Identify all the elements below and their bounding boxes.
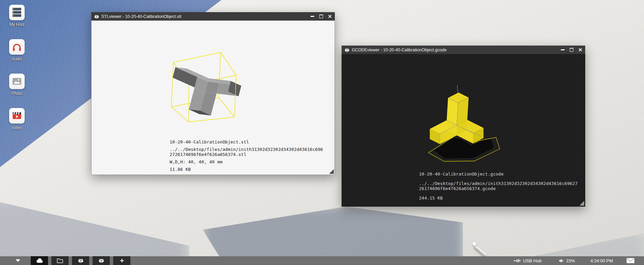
stl-filepath-line1: ../../Desktop/files/admin/inith31302d323…: [170, 147, 323, 152]
headphones-icon: [9, 39, 25, 55]
minimize-button[interactable]: [310, 15, 314, 19]
desktop-icon-label: My Host: [9, 22, 24, 27]
stl-file-info: 10-20-40-CalibrationObject.stl ../../Des…: [170, 139, 323, 174]
taskbar-folder-button[interactable]: [51, 256, 69, 265]
clock-tray-item[interactable]: 4:24:00 PM: [591, 258, 613, 263]
stlviewer-window: STLviewer - 10-20-40-CalibrationObject.s…: [91, 12, 335, 175]
cube-icon: [94, 14, 99, 19]
usb-icon: [514, 259, 521, 263]
close-button[interactable]: [578, 48, 582, 52]
maximize-button[interactable]: [319, 15, 323, 19]
stlviewer-title: STLviewer - 10-20-40-CalibrationObject.s…: [101, 14, 181, 19]
desktop-icon-audio[interactable]: Audio: [9, 39, 25, 61]
maximize-button[interactable]: [569, 48, 573, 52]
stl-viewport[interactable]: [164, 47, 248, 128]
gcode-filepath-line2: 26174696f6e4f626a656374.gcode: [419, 186, 578, 191]
gcode-filepath-line1: ../../Desktop/files/admin/inith31302d323…: [419, 181, 578, 186]
taskbar-gcodeviewer-button[interactable]: [93, 256, 110, 265]
taskbar-expand-arrow-icon[interactable]: [16, 259, 20, 262]
envelope-icon: [626, 258, 635, 263]
desktop-icon-my-host[interactable]: My Host: [9, 5, 25, 27]
taskbar: USB Hub 15% 4:24:00 PM: [0, 256, 644, 265]
resize-grip[interactable]: [579, 201, 584, 206]
video-icon: [9, 108, 25, 124]
plus-icon: [119, 258, 125, 263]
speaker-icon: [559, 259, 564, 263]
desktop-icon-label: Audio: [12, 57, 22, 61]
stl-dimensions: W,D,H: 40, 40, 40 mm: [170, 159, 323, 164]
cube-icon: [78, 258, 83, 263]
wall-pole-tip: [472, 242, 476, 246]
wall-pole: [474, 245, 487, 256]
usb-label: USB Hub: [523, 258, 541, 263]
close-button[interactable]: [328, 15, 332, 19]
gcodeviewer-title: GCODEviewer - 10-20-40-CalibrationObject…: [352, 48, 447, 52]
desktop-icon-photo[interactable]: Photo: [9, 74, 25, 96]
taskbar-stlviewer-button[interactable]: [72, 256, 89, 265]
cube-icon: [345, 48, 349, 52]
stlviewer-titlebar[interactable]: STLviewer - 10-20-40-CalibrationObject.s…: [91, 12, 335, 21]
cube-icon: [99, 258, 104, 263]
taskbar-cloud-button[interactable]: [31, 256, 48, 265]
folder-icon: [57, 258, 63, 263]
mail-tray-item[interactable]: [626, 258, 635, 263]
gcodeviewer-window: GCODEviewer - 10-20-40-CalibrationObject…: [342, 46, 585, 207]
taskbar-tray: USB Hub 15% 4:24:00 PM: [514, 256, 644, 265]
desktop-icon-label: Video: [12, 126, 22, 130]
wall-shadow: [0, 197, 189, 265]
desktop-icon-column: My Host Audio Photo: [4, 5, 30, 142]
volume-tray-item[interactable]: 15%: [559, 258, 575, 263]
photo-icon: [9, 74, 25, 89]
taskbar-add-button[interactable]: [113, 256, 130, 265]
stl-filesize: 11.86 KB: [170, 167, 323, 172]
taskbar-buttons: [31, 256, 130, 265]
stl-filepath-line2: 2726174696f6e4f626a656374.stl: [170, 152, 323, 157]
resize-grip[interactable]: [329, 169, 334, 174]
gcodeviewer-titlebar[interactable]: GCODEviewer - 10-20-40-CalibrationObject…: [342, 46, 585, 54]
clock-label: 4:24:00 PM: [591, 258, 613, 263]
desktop-icon-label: Photo: [11, 91, 22, 96]
gcode-file-info: 10-20-40-CalibrationObject.gcode ../../D…: [419, 171, 578, 205]
stl-filename: 10-20-40-CalibrationObject.stl: [170, 139, 323, 144]
minimize-button[interactable]: [561, 48, 565, 52]
gcode-viewport[interactable]: [424, 84, 509, 167]
server-icon: [9, 5, 25, 20]
volume-label: 15%: [566, 258, 575, 263]
usb-tray-item[interactable]: USB Hub: [514, 258, 541, 263]
gcode-filesize: 244.15 KB: [419, 195, 578, 201]
cloud-icon: [36, 258, 43, 263]
desktop-icon-video[interactable]: Video: [9, 108, 25, 130]
gcode-filename: 10-20-40-CalibrationObject.gcode: [419, 171, 578, 177]
